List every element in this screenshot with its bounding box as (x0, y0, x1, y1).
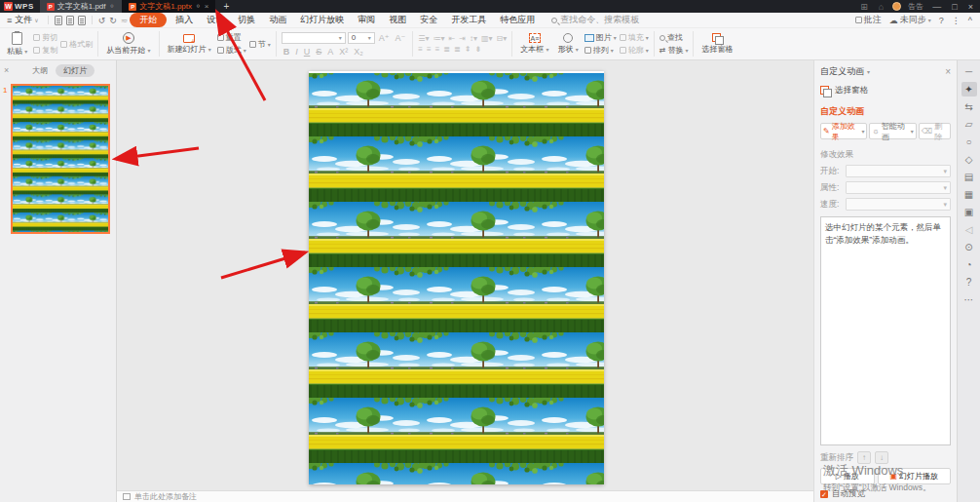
delete-effect-button[interactable]: ⌫ 删除 (919, 123, 951, 139)
tab-view[interactable]: 视图 (382, 14, 413, 26)
underline-button[interactable]: U (302, 47, 313, 57)
auto-preview-checkbox[interactable]: ✓ 自动预览 (820, 488, 951, 500)
replace-button[interactable]: ⇄替换 ▾ (660, 45, 689, 56)
subscript-button[interactable]: X₂ (352, 47, 365, 57)
tab-slideshow[interactable]: 幻灯片放映 (293, 14, 351, 26)
proof-icon[interactable]: ▤ (961, 170, 977, 184)
outdent-icon[interactable]: ⇤ (449, 34, 456, 43)
superscript-button[interactable]: X² (337, 47, 350, 57)
preview-icon[interactable] (78, 16, 86, 25)
protect-icon[interactable]: ○ (961, 135, 977, 149)
wps-logo[interactable]: W WPS (0, 2, 40, 11)
command-search[interactable]: 查找命令、搜索模板 (551, 14, 639, 26)
audio-icon[interactable]: ◁ (961, 222, 977, 237)
cut-button[interactable]: 剪切 (33, 32, 57, 43)
bold-button[interactable]: B (282, 47, 292, 57)
new-slide-button[interactable]: 新建幻灯片 ▾ (165, 34, 214, 55)
picture-button[interactable]: 图片 ▾ (584, 32, 617, 43)
time-icon[interactable]: ◔ (961, 257, 977, 272)
start-select[interactable]: ▾ (846, 165, 951, 177)
tab-animation[interactable]: 动画 (262, 14, 293, 26)
more-tools-icon[interactable]: ≂ (119, 16, 131, 25)
pin-icon[interactable]: ⚬ (195, 2, 202, 11)
move-up-button[interactable]: ↑ (857, 451, 871, 464)
play-button[interactable]: ▷ 播放 (820, 468, 875, 484)
image-pane-icon[interactable]: ▣ (961, 205, 977, 219)
fill-button[interactable]: 填充 ▾ (620, 32, 649, 43)
tab-transition[interactable]: 切换 (231, 14, 262, 26)
property-select[interactable]: ▾ (846, 181, 951, 194)
tab-security[interactable]: 安全 (413, 14, 444, 26)
comment-button[interactable]: 批注 (855, 14, 882, 26)
tab-home[interactable]: 开始 (130, 13, 167, 27)
copy-button[interactable]: 复制 (33, 45, 57, 56)
textbox-button[interactable]: A≡ 文本框 ▾ (517, 33, 551, 55)
animation-pane-icon[interactable]: ✦ (961, 82, 977, 97)
move-down-button[interactable]: ↓ (875, 451, 888, 464)
selection-pane-link[interactable]: 选择窗格 (820, 85, 951, 97)
new-tab-button[interactable]: + (215, 1, 237, 12)
selection-pane-button[interactable]: 选择窗格 (698, 33, 735, 55)
help-icon[interactable]: ? (961, 275, 977, 290)
notes-bar[interactable]: 单击此处添加备注 (117, 490, 813, 502)
slide-canvas[interactable]: 单击此处添加备注 (117, 60, 813, 502)
slideshow-play-button[interactable]: ▣ 幻灯片播放 (878, 468, 951, 484)
font-size-select[interactable]: 0▾ (348, 32, 375, 44)
save-icon[interactable] (55, 16, 62, 25)
chevron-down-icon[interactable]: ▾ (867, 68, 870, 75)
justify-icon[interactable]: ≣ (443, 45, 450, 54)
redo-icon[interactable]: ↻ (107, 16, 119, 25)
more-menu-icon[interactable]: ⋮ (952, 16, 961, 25)
arrange-button[interactable]: 排列 ▾ (584, 45, 617, 56)
pin-icon[interactable]: ⚬ (109, 2, 116, 11)
tab-slides[interactable]: 幻灯片 (56, 64, 94, 77)
layout-button[interactable]: 版式 ▾ (217, 45, 246, 56)
minimize-button[interactable]: — (930, 2, 943, 12)
close-panel-icon[interactable]: × (4, 65, 9, 75)
transition-icon[interactable]: ⇆ (961, 99, 977, 114)
doc-tab-pdf[interactable]: P 文字文稿1.pdf ⚬ (40, 0, 123, 13)
align-center-icon[interactable]: ≡ (427, 45, 432, 54)
maximize-button[interactable]: □ (950, 2, 959, 12)
more-icon[interactable]: ⋯ (961, 292, 977, 307)
outline-button[interactable]: 轮廓 ▾ (620, 45, 649, 56)
numbered-list-icon[interactable]: ≔▾ (433, 34, 445, 43)
print-icon[interactable] (66, 16, 74, 25)
collapse-ribbon-icon[interactable]: ^ (968, 16, 972, 25)
main-menu-icon[interactable]: ≡ (0, 16, 15, 25)
sync-status[interactable]: ☁ 未同步 ▾ (889, 14, 931, 26)
tab-outline[interactable]: 大纲 (32, 65, 48, 76)
record-icon[interactable]: ⊙ (961, 240, 977, 254)
close-panel-icon[interactable]: × (945, 66, 951, 77)
close-tab-icon[interactable]: × (205, 2, 209, 11)
user-avatar[interactable] (892, 2, 901, 11)
line-spacing-icon[interactable]: ↕▾ (470, 34, 477, 43)
text-direction-icon[interactable]: ⊟▾ (497, 34, 508, 43)
tab-features[interactable]: 特色应用 (493, 14, 542, 26)
section-button[interactable]: 节 ▾ (249, 39, 271, 50)
speed-select[interactable]: ▾ (846, 198, 951, 211)
slide-page[interactable] (309, 71, 604, 484)
italic-button[interactable]: I (293, 47, 300, 57)
apps-grid-icon[interactable]: ⊞ (858, 2, 870, 12)
doc-tab-pptx[interactable]: P 文字文稿1.pptx ⚬ × (122, 0, 215, 13)
add-effect-button[interactable]: ✎ 添加效果 ▾ (820, 123, 867, 139)
font-color-button[interactable]: A (325, 47, 335, 57)
tab-devtools[interactable]: 开发工具 (444, 14, 493, 26)
bullet-list-icon[interactable]: ☰▾ (418, 34, 429, 43)
tab-insert[interactable]: 插入 (169, 14, 200, 26)
play-from-current-button[interactable]: ▶ 从当前开始 ▾ (103, 32, 153, 56)
help-button[interactable]: ? (939, 16, 944, 25)
paste-button[interactable]: 粘贴 ▾ (4, 32, 30, 57)
shape-pane-icon[interactable]: ▱ (961, 117, 977, 132)
columns-icon[interactable]: ▥▾ (481, 34, 493, 43)
layout-pane-icon[interactable]: ▦ (961, 187, 977, 202)
smart-animation-button[interactable]: ☼ 智能动画 ▾ (869, 123, 916, 139)
collapse-icon[interactable]: ─ (961, 64, 977, 79)
tab-review[interactable]: 审阅 (351, 14, 382, 26)
increase-font-icon[interactable]: A⁺ (377, 33, 392, 43)
tab-design[interactable]: 设计 (200, 14, 231, 26)
decrease-font-icon[interactable]: A⁻ (394, 33, 408, 43)
distribute-icon[interactable]: ≣ (454, 45, 461, 54)
file-menu[interactable]: 文件 ∨ (15, 14, 43, 26)
